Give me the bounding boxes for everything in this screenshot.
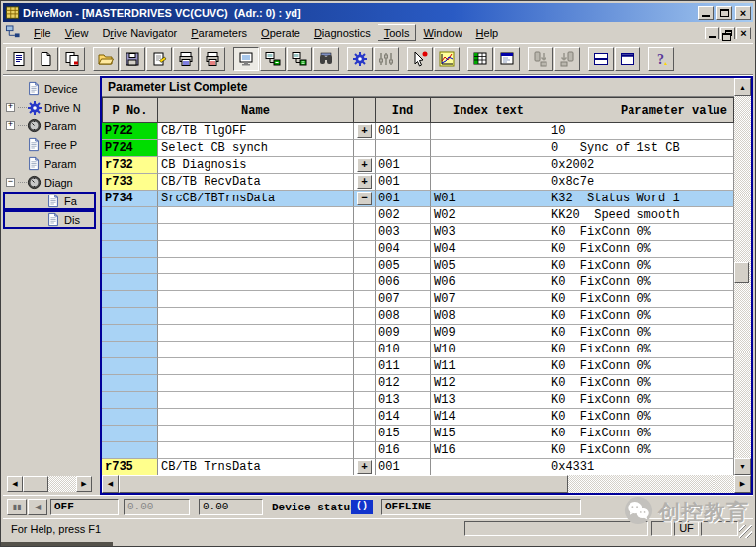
- cell-name[interactable]: SrcCB/TBTrnsData: [158, 191, 354, 207]
- expand-row-button[interactable]: +: [357, 175, 372, 189]
- table-row[interactable]: 004W04K0 FixConn 0%: [102, 241, 734, 258]
- cell-expand[interactable]: [354, 342, 376, 358]
- cell-name[interactable]: CB/TB RecvData: [158, 174, 354, 191]
- cell-expand[interactable]: [354, 291, 376, 308]
- horizontal-scroll-thumb[interactable]: [119, 475, 568, 493]
- cell-parameter-value[interactable]: K0 FixConn 0%: [546, 258, 734, 274]
- cell-index-text[interactable]: [431, 459, 546, 475]
- minimize-button[interactable]: [698, 6, 714, 20]
- menu-operate[interactable]: Operate: [254, 24, 307, 41]
- cell-index-text[interactable]: W13: [431, 392, 546, 409]
- cell-ind[interactable]: 001: [376, 174, 431, 191]
- table-row[interactable]: 011W11K0 FixConn 0%: [102, 358, 734, 375]
- binoculars-button[interactable]: [313, 47, 339, 71]
- new-file-button[interactable]: [33, 47, 58, 71]
- table-row[interactable]: r735CB/TB TrnsData+0010x4331: [102, 459, 734, 475]
- cell-index-text[interactable]: W03: [431, 224, 546, 241]
- cell-name[interactable]: Select CB synch: [158, 140, 354, 157]
- header-index-text[interactable]: Index text: [431, 97, 546, 123]
- header-name[interactable]: Name: [158, 97, 354, 123]
- cell-pno[interactable]: [102, 409, 158, 426]
- cell-name[interactable]: [158, 325, 354, 342]
- sidebar-item-device[interactable]: Device: [3, 79, 96, 98]
- cell-expand[interactable]: [354, 258, 376, 274]
- cell-ind[interactable]: 013: [376, 392, 431, 409]
- menu-window[interactable]: Window: [416, 24, 468, 41]
- cell-parameter-value[interactable]: K0 FixConn 0%: [546, 442, 734, 459]
- cell-pno[interactable]: [102, 258, 158, 274]
- cell-index-text[interactable]: W15: [431, 426, 546, 442]
- table-row[interactable]: r732CB Diagnosis+0010x2002: [102, 157, 734, 174]
- expand-row-button[interactable]: +: [357, 158, 372, 172]
- cell-expand[interactable]: +: [354, 157, 376, 174]
- properties-button[interactable]: [146, 47, 172, 71]
- cell-ind[interactable]: 007: [376, 291, 431, 308]
- table-row[interactable]: 007W07K0 FixConn 0%: [102, 291, 734, 308]
- cell-expand[interactable]: [354, 224, 376, 241]
- cell-expand[interactable]: [354, 325, 376, 342]
- cell-parameter-value[interactable]: K0 FixConn 0%: [546, 224, 734, 241]
- scroll-right-button[interactable]: ▶: [76, 476, 92, 492]
- vertical-scroll-down-button[interactable]: ▼: [734, 458, 751, 475]
- cell-name[interactable]: [158, 207, 354, 224]
- sidebar-item-fa[interactable]: Fa: [3, 192, 96, 210]
- cell-pno[interactable]: [102, 224, 158, 241]
- cell-index-text[interactable]: W06: [431, 274, 546, 291]
- table-button[interactable]: [467, 47, 493, 71]
- cell-ind[interactable]: 001: [376, 191, 431, 207]
- cell-pno[interactable]: r735: [102, 459, 158, 475]
- cell-name[interactable]: [158, 258, 354, 274]
- pause-button[interactable]: ▮▮: [7, 499, 27, 515]
- horizontal-scroll-right-button[interactable]: ▶: [734, 475, 751, 493]
- cell-pno[interactable]: [102, 274, 158, 291]
- cell-index-text[interactable]: W07: [431, 291, 546, 308]
- cell-parameter-value[interactable]: K0 FixConn 0%: [546, 274, 734, 291]
- cell-parameter-value[interactable]: K0 FixConn 0%: [546, 409, 734, 426]
- file-list-button[interactable]: [6, 47, 32, 71]
- cell-ind[interactable]: 015: [376, 426, 431, 442]
- table-row[interactable]: 016W16K0 FixConn 0%: [102, 442, 734, 459]
- vertical-scroll-thumb[interactable]: [734, 262, 749, 283]
- cell-parameter-value[interactable]: 10: [546, 123, 734, 140]
- table-row[interactable]: 008W08K0 FixConn 0%: [102, 308, 734, 325]
- net-node1-button[interactable]: [260, 47, 286, 71]
- cell-name[interactable]: [158, 392, 354, 409]
- cell-ind[interactable]: 005: [376, 258, 431, 274]
- sidebar-item-param[interactable]: +Param: [3, 117, 96, 135]
- cell-expand[interactable]: [354, 308, 376, 325]
- cell-expand[interactable]: +: [354, 459, 376, 475]
- cell-parameter-value[interactable]: K0 FixConn 0%: [546, 375, 734, 392]
- cell-parameter-value[interactable]: K0 FixConn 0%: [546, 392, 734, 409]
- table-row[interactable]: P722CB/TB TlgOFF+00110: [102, 123, 734, 140]
- cell-name[interactable]: [158, 291, 354, 308]
- monitor-button[interactable]: [233, 47, 259, 71]
- cell-index-text[interactable]: W11: [431, 358, 546, 375]
- cell-index-text[interactable]: [431, 140, 546, 157]
- cell-expand[interactable]: [354, 207, 376, 224]
- cell-pno[interactable]: r733: [102, 174, 158, 191]
- tree-scroll-thumb[interactable]: [23, 476, 48, 492]
- menu-drive-navigator[interactable]: Drive Navigator: [95, 24, 184, 41]
- cell-pno[interactable]: [102, 442, 158, 459]
- cell-pno[interactable]: [102, 375, 158, 392]
- cell-parameter-value[interactable]: K0 FixConn 0%: [546, 426, 734, 442]
- cell-ind[interactable]: 010: [376, 342, 431, 358]
- cell-parameter-value[interactable]: K0 FixConn 0%: [546, 291, 734, 308]
- cell-pno[interactable]: [102, 325, 158, 342]
- cell-parameter-value[interactable]: 0x2002: [546, 157, 734, 174]
- cell-expand[interactable]: [354, 241, 376, 258]
- cell-index-text[interactable]: W01: [431, 191, 546, 207]
- header-parameter-value[interactable]: Parameter value: [546, 97, 734, 123]
- gear-button[interactable]: [347, 47, 373, 71]
- print-alt-button[interactable]: [200, 47, 225, 71]
- collapse-icon[interactable]: −: [6, 178, 15, 187]
- cell-name[interactable]: [158, 308, 354, 325]
- cell-parameter-value[interactable]: K0 FixConn 0%: [546, 358, 734, 375]
- cell-index-text[interactable]: [431, 123, 546, 140]
- cell-expand[interactable]: +: [354, 123, 376, 140]
- menu-help[interactable]: Help: [469, 24, 506, 41]
- cell-pno[interactable]: [102, 358, 158, 375]
- cell-parameter-value[interactable]: 0 Sync of 1st CB: [546, 140, 734, 157]
- help-button[interactable]: ?: [648, 47, 674, 71]
- cell-expand[interactable]: [354, 426, 376, 442]
